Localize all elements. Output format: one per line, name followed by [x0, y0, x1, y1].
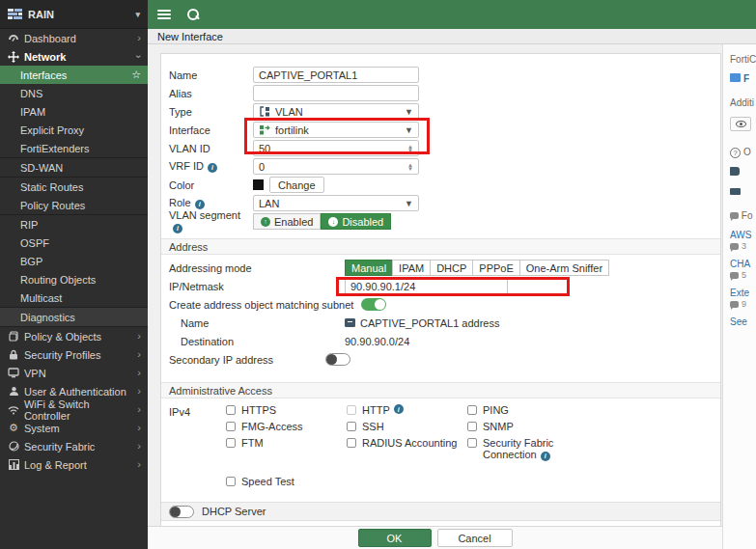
menu-hamburger-icon[interactable]	[157, 10, 171, 19]
sidebar-item-log-report[interactable]: Log & Report ›	[0, 455, 148, 474]
sidebar-item-explicit-proxy[interactable]: Explicit Proxy	[0, 121, 148, 139]
alias-input[interactable]	[253, 85, 419, 101]
checkbox-box[interactable]	[467, 405, 477, 415]
favorite-star-icon[interactable]: ☆	[131, 69, 141, 81]
forum-thread-link[interactable]: AWS	[730, 230, 756, 240]
checkbox-box[interactable]	[347, 422, 356, 431]
video-tutorials-link[interactable]	[730, 186, 756, 197]
vlan-segment-disabled-button[interactable]: ↓ Disabled	[321, 213, 391, 230]
form-row-vlan-segment: VLAN segmenti ↑ Enabled ↓ Disabled	[161, 212, 720, 231]
sidebar-item-rip[interactable]: RIP	[0, 215, 148, 233]
documentation-link[interactable]	[730, 167, 756, 178]
sidebar-item-vpn[interactable]: VPN ›	[0, 364, 148, 382]
mode-dhcp-button[interactable]: DHCP	[430, 260, 473, 276]
checkbox-box[interactable]	[226, 477, 236, 486]
preview-button[interactable]	[730, 117, 756, 131]
sidebar-item-policy-objects[interactable]: Policy & Objects ›	[0, 327, 148, 345]
sidebar-item-static-routes[interactable]: Static Routes	[0, 178, 148, 196]
vlan-segment-enabled-button[interactable]: ↑ Enabled	[253, 213, 321, 230]
forticare-link[interactable]: F	[730, 73, 756, 84]
search-icon[interactable]	[186, 8, 200, 21]
sidebar-item-dns[interactable]: DNS	[0, 84, 148, 102]
checkbox-speed-test[interactable]: Speed Test	[226, 476, 347, 492]
sidebar-item-network[interactable]: Network ›	[0, 47, 148, 66]
fabric-globe-icon	[7, 441, 20, 452]
checkbox-box[interactable]	[347, 438, 356, 448]
sidebar-item-system[interactable]: ⚙ System ›	[0, 419, 148, 437]
forticare-icon	[730, 73, 741, 82]
checkbox-box[interactable]	[467, 422, 477, 431]
sidebar-item-policy-routes[interactable]: Policy Routes	[0, 196, 148, 214]
mode-ipam-button[interactable]: IPAM	[392, 260, 431, 276]
checkbox-radius-accounting[interactable]: RADIUS Accounting	[347, 437, 467, 453]
vdom-selector[interactable]: RAIN ▾	[0, 0, 148, 29]
checkbox-https[interactable]: HTTPS	[226, 404, 347, 421]
sidebar-item-wifi-switch-controller[interactable]: WiFi & Switch Controller ›	[0, 400, 148, 419]
mode-manual-button[interactable]: Manual	[345, 260, 393, 276]
new-interface-form: Name CAPTIVE_PORTAL1 Alias Type VLAN ▼ I…	[160, 53, 721, 526]
checkbox-ping[interactable]: PING	[467, 404, 556, 421]
form-row-type: Type VLAN ▼	[161, 102, 720, 121]
info-icon: i	[541, 452, 550, 461]
book-icon	[730, 167, 740, 176]
forticare-heading: FortiC	[730, 54, 756, 65]
vlan-id-input[interactable]: 50 ▲▼	[253, 140, 419, 156]
interface-select[interactable]: fortilink ▼	[253, 122, 419, 138]
checkbox-box[interactable]	[467, 438, 477, 448]
forum-thread-link[interactable]: Exte	[730, 288, 756, 298]
checkbox-ssh[interactable]: SSH	[347, 421, 467, 437]
sidebar-item-bgp[interactable]: BGP	[0, 252, 148, 270]
type-select[interactable]: VLAN ▼	[253, 103, 419, 120]
sidebar-item-multicast[interactable]: Multicast	[0, 288, 148, 307]
ok-button[interactable]: OK	[358, 529, 432, 547]
cancel-button[interactable]: Cancel	[437, 529, 513, 547]
sidebar-item-dashboard[interactable]: Dashboard ›	[0, 29, 148, 47]
fortigate-logo-icon	[8, 9, 22, 20]
form-row-interface: Interface fortilink ▼	[161, 121, 720, 139]
ipv4-access-grid: IPv4 HTTPS FMG-Access FTM Speed Test HTT…	[161, 404, 720, 492]
spinner-arrows[interactable]: ▲▼	[404, 145, 413, 152]
sidebar-item-diagnostics[interactable]: Diagnostics	[0, 308, 148, 326]
form-row-ip-netmask: IP/Netmask 90.90.90.1/24	[161, 277, 720, 295]
sidebar-item-security-profiles[interactable]: Security Profiles ›	[0, 345, 148, 364]
color-swatch[interactable]	[253, 179, 264, 190]
create-address-object-toggle[interactable]	[361, 298, 386, 311]
chevron-right-icon: ›	[137, 349, 141, 360]
sidebar-item-ipam[interactable]: IPAM	[0, 102, 148, 121]
checkbox-fmg-access[interactable]: FMG-Access	[226, 421, 347, 437]
online-help-link[interactable]: ?O	[730, 147, 756, 158]
sidebar-item-fortiextenders[interactable]: FortiExtenders	[0, 139, 148, 157]
name-input[interactable]: CAPTIVE_PORTAL1	[253, 67, 419, 83]
change-color-button[interactable]: Change	[269, 177, 324, 193]
checkbox-box[interactable]	[226, 438, 236, 448]
checkbox-box[interactable]	[347, 405, 356, 415]
chevron-right-icon: ›	[137, 33, 141, 43]
bar-chart-icon	[7, 459, 20, 470]
see-more-link[interactable]: See	[730, 316, 756, 327]
sidebar-item-security-fabric[interactable]: Security Fabric ›	[0, 437, 148, 455]
checkbox-http[interactable]: HTTPi	[347, 404, 467, 421]
sidebar-item-sd-wan[interactable]: SD-WAN	[0, 158, 148, 177]
checkbox-security-fabric-connection[interactable]: Security Fabric Connectioni	[467, 437, 556, 461]
network-move-icon	[7, 51, 20, 63]
mode-one-arm-sniffer-button[interactable]: One-Arm Sniffer	[519, 260, 609, 276]
checkbox-ftm[interactable]: FTM	[226, 437, 347, 453]
eye-icon	[736, 121, 746, 127]
checkbox-box[interactable]	[226, 405, 236, 415]
ip-netmask-input[interactable]: 90.90.90.1/24	[345, 278, 508, 294]
forum-thread-link[interactable]: CHA	[730, 259, 756, 269]
spinner-arrows[interactable]: ▲▼	[404, 163, 413, 171]
sidebar-item-ospf[interactable]: OSPF	[0, 233, 148, 252]
role-select[interactable]: LAN ▼	[253, 195, 419, 211]
dhcp-server-toggle[interactable]	[169, 506, 194, 518]
secondary-ip-toggle[interactable]	[325, 353, 350, 366]
mode-pppoe-button[interactable]: PPPoE	[472, 260, 519, 276]
checkbox-snmp[interactable]: SNMP	[467, 421, 556, 437]
chevron-down-icon: ▾	[135, 10, 140, 19]
section-header-address: Address	[161, 238, 720, 255]
form-row-object-name: Name CAPTIVE_PORTAL1 address	[161, 314, 720, 332]
checkbox-box[interactable]	[226, 422, 236, 431]
sidebar-item-interfaces[interactable]: Interfaces ☆	[0, 66, 148, 84]
vrf-id-input[interactable]: 0 ▲▼	[253, 158, 419, 175]
sidebar-item-routing-objects[interactable]: Routing Objects	[0, 270, 148, 288]
